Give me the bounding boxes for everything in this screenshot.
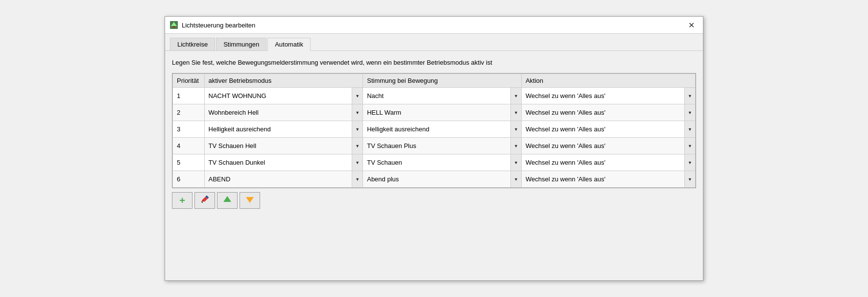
cell-betriebsmodus: TV Schauen Hell ▼ [204, 138, 363, 154]
cell-betriebsmodus: ABEND ▼ [204, 171, 363, 188]
betriebsmodus-dropdown[interactable]: ▼ [352, 121, 362, 137]
cell-priority: 3 [173, 121, 205, 138]
cell-aktion: Wechsel zu wenn 'Alles aus' ▼ [521, 88, 695, 104]
betriebsmodus-dropdown[interactable]: ▼ [352, 171, 362, 187]
stimmung-dropdown[interactable]: ▼ [510, 138, 521, 154]
toolbar: + [172, 188, 696, 211]
betriebsmodus-dropdown[interactable]: ▼ [352, 104, 362, 121]
svg-rect-2 [173, 26, 175, 28]
title-bar-left: Lichtsteuerung bearbeiten [170, 21, 255, 29]
title-bar: Lichtsteuerung bearbeiten ✕ [165, 17, 703, 34]
cell-priority: 2 [173, 104, 205, 121]
edit-button[interactable] [194, 192, 215, 209]
aktion-text: Wechsel zu wenn 'Alles aus' [522, 139, 684, 152]
aktion-text: Wechsel zu wenn 'Alles aus' [522, 156, 684, 169]
betriebsmodus-dropdown[interactable]: ▼ [352, 88, 362, 104]
col-header-priority: Priorität [173, 74, 205, 88]
betriebsmodus-text: Helligkeit ausreichend [205, 123, 352, 136]
content-area: Legen Sie fest, welche Bewegungsmelderst… [165, 51, 703, 218]
aktion-dropdown[interactable]: ▼ [684, 104, 695, 121]
stimmung-text: TV Schauen Plus [363, 139, 510, 152]
move-down-button[interactable] [240, 192, 260, 209]
col-header-aktion: Aktion [521, 74, 695, 88]
description-text: Legen Sie fest, welche Bewegungsmelderst… [172, 59, 696, 66]
table-row: 6 ABEND ▼ Abend plus ▼ Wechsel zu wenn '… [173, 171, 696, 188]
tab-lichtkreise[interactable]: Lichtkreise [170, 38, 215, 50]
cell-priority: 1 [173, 88, 205, 104]
table-header-row: Priorität aktiver Betriebsmodus Stimmung… [173, 74, 696, 88]
cell-aktion: Wechsel zu wenn 'Alles aus' ▼ [521, 154, 695, 171]
tab-stimmungen[interactable]: Stimmungen [216, 38, 266, 50]
aktion-dropdown[interactable]: ▼ [684, 154, 695, 171]
betriebsmodus-text: ABEND [205, 173, 352, 186]
aktion-text: Wechsel zu wenn 'Alles aus' [522, 123, 684, 136]
betriebsmodus-dropdown[interactable]: ▼ [352, 154, 362, 171]
cell-stimmung: TV Schauen Plus ▼ [363, 138, 522, 154]
data-table: Priorität aktiver Betriebsmodus Stimmung… [172, 74, 696, 188]
betriebsmodus-text: NACHT WOHNUNG [205, 89, 352, 102]
cell-aktion: Wechsel zu wenn 'Alles aus' ▼ [521, 171, 695, 188]
cell-betriebsmodus: TV Schauen Dunkel ▼ [204, 154, 363, 171]
arrow-down-icon [245, 195, 255, 207]
cell-aktion: Wechsel zu wenn 'Alles aus' ▼ [521, 121, 695, 138]
aktion-text: Wechsel zu wenn 'Alles aus' [522, 89, 684, 102]
arrow-up-icon [222, 195, 232, 207]
stimmung-text: Helligkeit ausreichend [363, 123, 510, 136]
stimmung-dropdown[interactable]: ▼ [510, 171, 521, 187]
cell-priority: 4 [173, 138, 205, 154]
cell-stimmung: Helligkeit ausreichend ▼ [363, 121, 522, 138]
cell-betriebsmodus: Helligkeit ausreichend ▼ [204, 121, 363, 138]
betriebsmodus-text: Wohnbereich Hell [205, 106, 352, 119]
tab-bar: Lichtkreise Stimmungen Automatik [165, 34, 703, 51]
plus-icon: + [179, 195, 185, 206]
table-row: 4 TV Schauen Hell ▼ TV Schauen Plus ▼ We… [173, 138, 696, 154]
table-row: 5 TV Schauen Dunkel ▼ TV Schauen ▼ Wechs… [173, 154, 696, 171]
cell-betriebsmodus: NACHT WOHNUNG ▼ [204, 88, 363, 104]
aktion-dropdown[interactable]: ▼ [684, 121, 695, 137]
table-body: 1 NACHT WOHNUNG ▼ Nacht ▼ Wechsel zu wen… [173, 88, 696, 188]
cell-aktion: Wechsel zu wenn 'Alles aus' ▼ [521, 104, 695, 121]
close-button[interactable]: ✕ [684, 20, 698, 30]
stimmung-dropdown[interactable]: ▼ [510, 154, 521, 171]
aktion-dropdown[interactable]: ▼ [684, 88, 695, 104]
aktion-dropdown[interactable]: ▼ [684, 138, 695, 154]
stimmung-text: TV Schauen [363, 156, 510, 169]
data-table-container[interactable]: Priorität aktiver Betriebsmodus Stimmung… [172, 73, 696, 188]
aktion-text: Wechsel zu wenn 'Alles aus' [522, 173, 684, 186]
window-title: Lichtsteuerung bearbeiten [182, 22, 255, 29]
cell-priority: 6 [173, 171, 205, 188]
cell-stimmung: Nacht ▼ [363, 88, 522, 104]
aktion-text: Wechsel zu wenn 'Alles aus' [522, 106, 684, 119]
betriebsmodus-dropdown[interactable]: ▼ [352, 138, 362, 154]
table-row: 2 Wohnbereich Hell ▼ HELL Warm ▼ Wechsel… [173, 104, 696, 121]
cell-stimmung: HELL Warm ▼ [363, 104, 522, 121]
betriebsmodus-text: TV Schauen Hell [205, 139, 352, 152]
stimmung-text: Abend plus [363, 173, 510, 186]
cell-stimmung: Abend plus ▼ [363, 171, 522, 188]
cell-priority: 5 [173, 154, 205, 171]
table-row: 1 NACHT WOHNUNG ▼ Nacht ▼ Wechsel zu wen… [173, 88, 696, 104]
cell-aktion: Wechsel zu wenn 'Alles aus' ▼ [521, 138, 695, 154]
svg-marker-8 [223, 196, 231, 202]
svg-marker-9 [246, 197, 254, 203]
stimmung-dropdown[interactable]: ▼ [510, 104, 521, 121]
add-button[interactable]: + [172, 192, 193, 209]
stimmung-dropdown[interactable]: ▼ [510, 88, 521, 104]
col-header-betriebsmodus: aktiver Betriebsmodus [204, 74, 363, 88]
cell-betriebsmodus: Wohnbereich Hell ▼ [204, 104, 363, 121]
betriebsmodus-text: TV Schauen Dunkel [205, 156, 352, 169]
main-window: Lichtsteuerung bearbeiten ✕ Lichtkreise … [165, 16, 703, 281]
table-row: 3 Helligkeit ausreichend ▼ Helligkeit au… [173, 121, 696, 138]
move-up-button[interactable] [217, 192, 238, 209]
tab-automatik[interactable]: Automatik [267, 38, 311, 51]
aktion-dropdown[interactable]: ▼ [684, 171, 695, 187]
stimmung-dropdown[interactable]: ▼ [510, 121, 521, 137]
col-header-stimmung: Stimmung bei Bewegung [363, 74, 522, 88]
edit-icon [200, 195, 210, 207]
stimmung-text: Nacht [363, 89, 510, 102]
app-icon [170, 21, 178, 29]
stimmung-text: HELL Warm [363, 106, 510, 119]
cell-stimmung: TV Schauen ▼ [363, 154, 522, 171]
